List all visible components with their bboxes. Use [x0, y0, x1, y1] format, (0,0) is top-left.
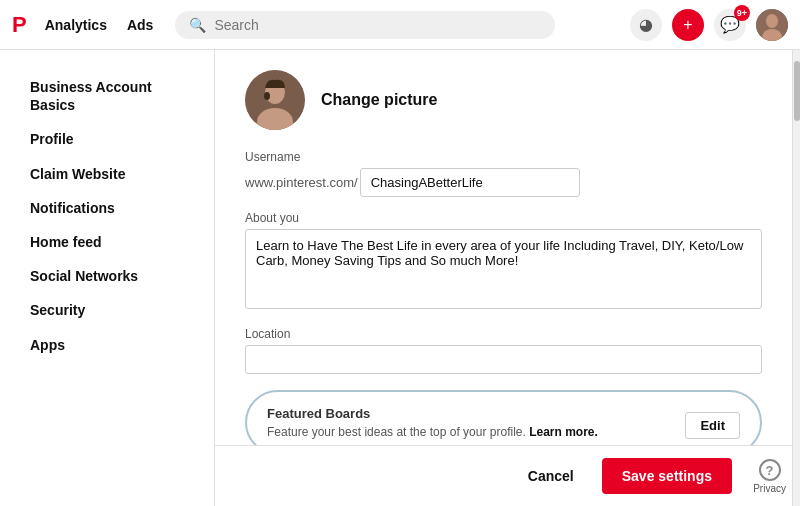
- search-input[interactable]: [214, 17, 541, 33]
- featured-boards-title: Featured Boards: [267, 406, 740, 421]
- plus-icon: +: [683, 16, 692, 34]
- sidebar-item-claim-website[interactable]: Claim Website: [30, 157, 194, 191]
- username-input[interactable]: [360, 168, 580, 197]
- privacy-label: Privacy: [753, 483, 786, 494]
- sidebar-item-social-networks[interactable]: Social Networks: [30, 259, 194, 293]
- settings-sidebar: Business Account Basics Profile Claim We…: [0, 50, 215, 506]
- learn-more-link[interactable]: Learn more.: [529, 425, 598, 439]
- sidebar-item-profile[interactable]: Profile: [30, 122, 194, 156]
- featured-boards-desc-text: Feature your best ideas at the top of yo…: [267, 425, 526, 439]
- avatar-image: [756, 9, 788, 41]
- analytics-nav-link[interactable]: Analytics: [39, 13, 113, 37]
- topnav-right-icons: ◕ + 💬 9+: [630, 9, 788, 41]
- profile-picture[interactable]: [245, 70, 305, 130]
- search-icon: 🔍: [189, 17, 206, 33]
- svg-point-1: [766, 14, 778, 28]
- ads-nav-link[interactable]: Ads: [121, 13, 159, 37]
- username-row: www.pinterest.com/: [245, 168, 762, 197]
- scrollbar-track[interactable]: [792, 50, 800, 506]
- globe-icon: ◕: [639, 15, 653, 34]
- profile-picture-image: [245, 70, 305, 130]
- sidebar-item-home-feed[interactable]: Home feed: [30, 225, 194, 259]
- about-you-textarea[interactable]: Learn to Have The Best Life in every are…: [245, 229, 762, 309]
- change-picture-button[interactable]: Change picture: [321, 91, 437, 109]
- pinterest-logo[interactable]: P: [12, 12, 27, 38]
- main-layout: Business Account Basics Profile Claim We…: [0, 50, 800, 506]
- top-navigation: P Analytics Ads 🔍 ◕ + 💬 9+: [0, 0, 800, 50]
- settings-footer-bar: Cancel Save settings: [215, 445, 792, 506]
- search-bar[interactable]: 🔍: [175, 11, 555, 39]
- sidebar-item-business-account-basics[interactable]: Business Account Basics: [30, 70, 194, 122]
- messages-badge: 9+: [734, 5, 750, 21]
- scrollbar-thumb[interactable]: [794, 61, 800, 121]
- settings-content: Change picture Username www.pinterest.co…: [215, 50, 792, 506]
- messages-button[interactable]: 💬 9+: [714, 9, 746, 41]
- featured-boards-edit-button[interactable]: Edit: [685, 412, 740, 439]
- location-input[interactable]: [245, 345, 762, 374]
- help-button[interactable]: ?: [759, 459, 781, 481]
- privacy-help-section: ? Privacy: [753, 459, 786, 494]
- featured-boards-description: Feature your best ideas at the top of yo…: [267, 425, 740, 439]
- save-settings-button[interactable]: Save settings: [602, 458, 732, 494]
- profile-picture-section: Change picture: [245, 70, 762, 130]
- username-prefix: www.pinterest.com/: [245, 175, 358, 190]
- sidebar-item-notifications[interactable]: Notifications: [30, 191, 194, 225]
- user-avatar-button[interactable]: [756, 9, 788, 41]
- add-button[interactable]: +: [672, 9, 704, 41]
- cancel-button[interactable]: Cancel: [512, 460, 590, 492]
- username-label: Username: [245, 150, 762, 164]
- sidebar-item-apps[interactable]: Apps: [30, 328, 194, 362]
- about-you-label: About you: [245, 211, 762, 225]
- sidebar-item-security[interactable]: Security: [30, 293, 194, 327]
- location-label: Location: [245, 327, 762, 341]
- globe-icon-button[interactable]: ◕: [630, 9, 662, 41]
- svg-point-6: [264, 92, 270, 100]
